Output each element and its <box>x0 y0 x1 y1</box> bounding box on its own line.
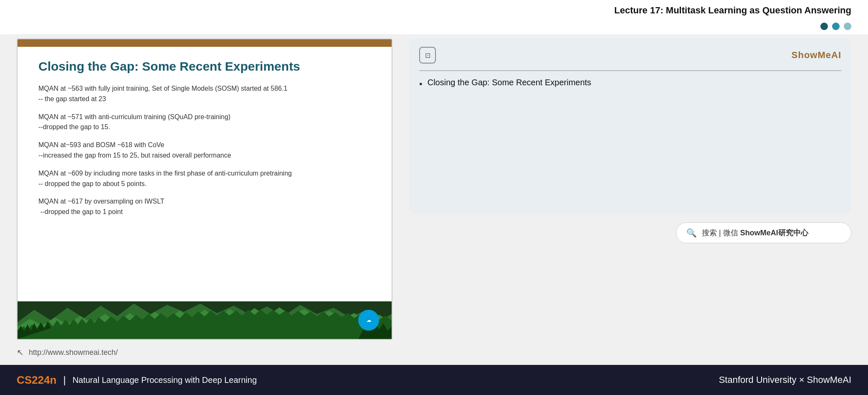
slide-bullet-5: MQAN at ~617 by oversampling on IWSLT --… <box>38 196 371 217</box>
main-content: Closing the Gap: Some Recent Experiments… <box>0 34 868 365</box>
card-bullet-text: Closing the Gap: Some Recent Experiments <box>428 78 591 87</box>
bottom-bar: CS224n | Natural Language Processing wit… <box>0 365 868 395</box>
slide-footer: ☁ <box>18 301 392 339</box>
dot-2[interactable] <box>832 23 840 30</box>
cs-label: CS224n <box>17 374 56 387</box>
search-text: 搜索 | 微信 ShowMeAI研究中心 <box>702 228 808 238</box>
slide-title: Closing the Gap: Some Recent Experiments <box>38 59 371 74</box>
card-divider <box>419 70 841 71</box>
url-text: http://www.showmeai.tech/ <box>29 348 118 357</box>
salesforce-logo: ☁ <box>358 310 379 331</box>
cursor-icon: ↖ <box>17 347 24 357</box>
dot-1[interactable] <box>820 23 828 30</box>
search-bold-text: ShowMeAI研究中心 <box>740 229 808 237</box>
showmeai-card: ⊡ ShowMeAI • Closing the Gap: Some Recen… <box>409 38 851 214</box>
search-icon: 🔍 <box>686 228 697 238</box>
showmeai-brand: ShowMeAI <box>792 50 841 61</box>
slide-bullet-3: MQAN at~593 and BOSM ~618 with CoVe--inc… <box>38 140 371 161</box>
slide-bullet-1: MQAN at ~563 with fully joint training, … <box>38 84 371 104</box>
slide-content: Closing the Gap: Some Recent Experiments… <box>18 47 392 301</box>
mountain-svg <box>18 301 392 339</box>
slide-body: MQAN at ~563 with fully joint training, … <box>38 84 371 217</box>
right-panel: ⊡ ShowMeAI • Closing the Gap: Some Recen… <box>409 38 851 361</box>
bottom-left: CS224n | Natural Language Processing wit… <box>17 374 257 387</box>
slide-container: Closing the Gap: Some Recent Experiments… <box>17 38 392 340</box>
top-bar: Lecture 17: Multitask Learning as Questi… <box>0 0 868 21</box>
ai-icon: ⊡ <box>425 51 430 59</box>
search-bar[interactable]: 🔍 搜索 | 微信 ShowMeAI研究中心 <box>676 222 851 243</box>
card-bullet: • Closing the Gap: Some Recent Experimen… <box>419 78 841 91</box>
bottom-right: Stanford University × ShowMeAI <box>719 375 851 385</box>
bullet-dot-icon: • <box>419 78 423 91</box>
divider-pipe: | <box>63 374 66 386</box>
slide-bullet-2: MQAN at ~571 with anti-curriculum traini… <box>38 112 371 133</box>
dots-row <box>0 21 868 34</box>
slide-panel: Closing the Gap: Some Recent Experiments… <box>17 38 392 361</box>
card-header: ⊡ ShowMeAI <box>419 47 841 64</box>
ai-icon-box: ⊡ <box>419 47 436 64</box>
course-title: Natural Language Processing with Deep Le… <box>73 375 257 385</box>
dot-3[interactable] <box>844 23 851 30</box>
url-bar: ↖ http://www.showmeai.tech/ <box>17 344 392 361</box>
slide-header-bar <box>18 39 392 47</box>
lecture-title: Lecture 17: Multitask Learning as Questi… <box>614 5 851 16</box>
slide-bullet-4: MQAN at ~609 by including more tasks in … <box>38 168 371 189</box>
salesforce-text: ☁ <box>367 318 371 323</box>
